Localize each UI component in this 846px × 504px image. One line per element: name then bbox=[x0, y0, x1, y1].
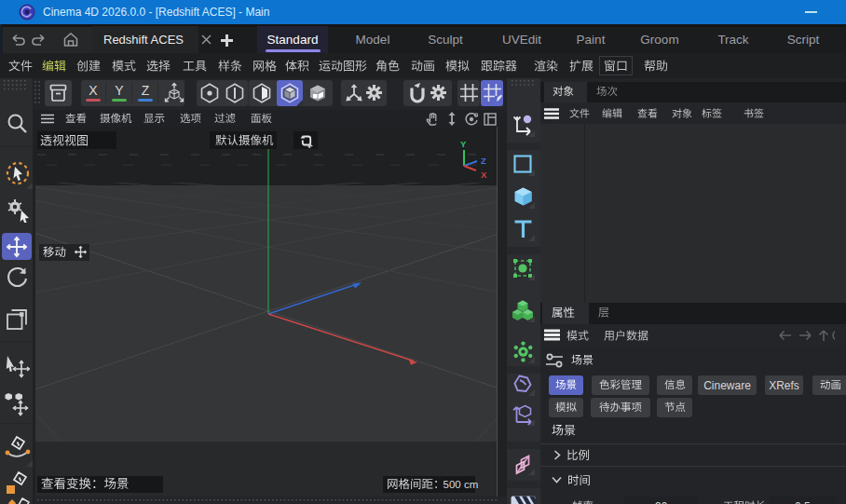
svg-text:Z: Z bbox=[481, 156, 486, 166]
svg-text:Y: Y bbox=[460, 139, 467, 149]
svg-text:X: X bbox=[481, 170, 487, 179]
